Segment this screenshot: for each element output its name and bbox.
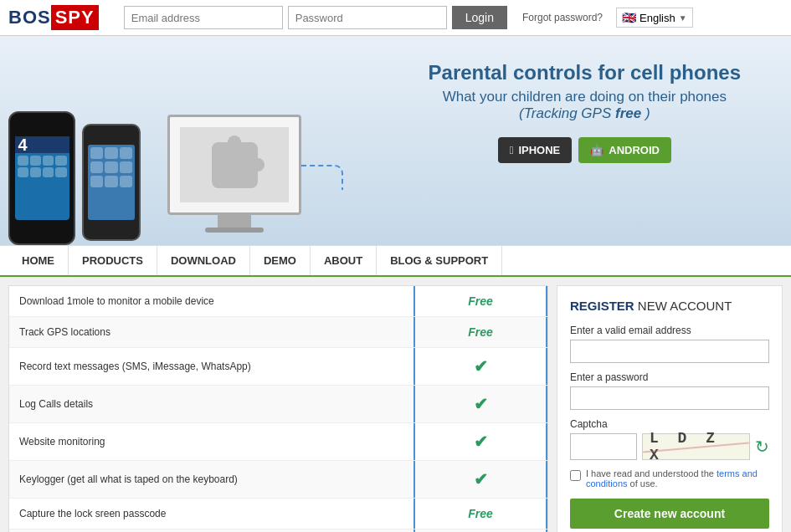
android-button[interactable]: 🤖 ANDROID bbox=[578, 137, 671, 163]
feature-name: Download 1mole to monitor a mobile devic… bbox=[9, 287, 413, 315]
language-selector[interactable]: 🇬🇧 English ▼ bbox=[616, 8, 693, 28]
hero-section: 4 bbox=[0, 36, 791, 245]
feature-name: Log Calls details bbox=[9, 390, 413, 418]
android-icon: 🤖 bbox=[590, 144, 604, 156]
navigation: HOME PRODUCTS DOWNLOAD DEMO ABOUT BLOG &… bbox=[0, 245, 791, 277]
feature-value: Free bbox=[413, 317, 547, 347]
tracking-label: Tracking GPS bbox=[524, 105, 615, 121]
feature-name: Capture the lock sreen passcode bbox=[9, 499, 413, 528]
nav-item-home[interactable]: HOME bbox=[8, 246, 69, 275]
hero-headline: Parental controls for cell phones bbox=[429, 61, 741, 84]
forgot-password-link[interactable]: Forgot password? bbox=[522, 12, 603, 23]
features-table: Download 1mole to monitor a mobile devic… bbox=[8, 285, 548, 532]
hero-subheadline2: (Tracking GPS free ) bbox=[429, 105, 741, 122]
terms-checkbox[interactable] bbox=[570, 470, 581, 481]
table-row: Capture the lock sreen passcodeFree bbox=[9, 499, 547, 529]
table-row: Track GPS locationsFree bbox=[9, 317, 547, 348]
hero-buttons:  IPHONE 🤖 ANDROID bbox=[429, 137, 741, 163]
feature-value: ✔ bbox=[413, 461, 547, 498]
phone-screen-top: 4 bbox=[15, 136, 69, 153]
apple-icon:  bbox=[510, 144, 514, 156]
feature-name: Website monitoring bbox=[9, 427, 413, 456]
table-row: Keylogger (get all what is taped on the … bbox=[9, 461, 547, 499]
refresh-captcha-icon[interactable]: ↻ bbox=[755, 437, 769, 457]
create-account-button[interactable]: Create new account bbox=[570, 499, 769, 529]
chevron-down-icon: ▼ bbox=[679, 13, 687, 23]
nav-item-demo[interactable]: DEMO bbox=[250, 246, 311, 275]
phone-device-2 bbox=[82, 124, 141, 241]
feature-value: Free bbox=[413, 499, 547, 529]
monitor-screen bbox=[167, 115, 301, 215]
reg-password-input[interactable] bbox=[570, 386, 769, 410]
email-field-label: Enter a valid email address bbox=[570, 325, 769, 336]
nav-item-about[interactable]: ABOUT bbox=[311, 246, 377, 275]
feature-name: Record text messages (SMS, iMessage, Wha… bbox=[9, 352, 413, 381]
iphone-button[interactable]:  IPHONE bbox=[498, 137, 573, 163]
iphone-label: IPHONE bbox=[518, 144, 560, 156]
captcha-label: Captcha bbox=[570, 418, 769, 430]
table-row: Website monitoring✔ bbox=[9, 423, 547, 461]
nav-item-products[interactable]: PRODUCTS bbox=[69, 246, 157, 275]
feature-name: Keylogger (get all what is taped on the … bbox=[9, 465, 413, 494]
register-label: REGISTER bbox=[570, 299, 634, 313]
captcha-image: L D Z X bbox=[642, 433, 750, 460]
logo-spy: SPY bbox=[51, 5, 99, 30]
android-label: ANDROID bbox=[609, 144, 660, 156]
captcha-input[interactable] bbox=[570, 433, 637, 460]
terms-text: I have read and understood the terms and… bbox=[586, 468, 769, 489]
feature-value: ✔ bbox=[413, 423, 547, 460]
hero-subheadline: What your children are doing on their ph… bbox=[429, 89, 741, 105]
logo: BOSSPY bbox=[8, 5, 99, 30]
header: BOSSPY Login Forgot password? 🇬🇧 English… bbox=[0, 0, 791, 36]
feature-value: ✔ bbox=[413, 386, 547, 422]
hero-text: Parental controls for cell phones What y… bbox=[429, 61, 741, 163]
logo-bos: BOS bbox=[8, 7, 51, 28]
table-row: Record text messages (SMS, iMessage, Wha… bbox=[9, 348, 547, 386]
table-row: Log Calls details✔ bbox=[9, 386, 547, 423]
nav-item-blog[interactable]: BLOG & SUPPORT bbox=[377, 246, 502, 275]
feature-value: ✔ bbox=[413, 348, 547, 385]
phone-device-1: 4 bbox=[8, 111, 75, 245]
login-button[interactable]: Login bbox=[452, 6, 507, 29]
lang-label: English bbox=[639, 12, 675, 24]
new-account-label: NEW ACCOUNT bbox=[634, 299, 732, 313]
flag-icon: 🇬🇧 bbox=[622, 11, 636, 24]
terms-row: I have read and understood the terms and… bbox=[570, 468, 769, 489]
dashed-arrow-icon bbox=[301, 165, 343, 190]
captcha-row: L D Z X ↻ bbox=[570, 433, 769, 460]
feature-value: Free bbox=[413, 286, 547, 316]
nav-item-download[interactable]: DOWNLOAD bbox=[157, 246, 250, 275]
register-box: REGISTER NEW ACCOUNT Enter a valid email… bbox=[557, 285, 783, 532]
register-title: REGISTER NEW ACCOUNT bbox=[570, 299, 769, 313]
puzzle-icon bbox=[212, 142, 258, 188]
password-input[interactable] bbox=[288, 6, 447, 29]
hero-phones: 4 bbox=[8, 111, 141, 245]
register-panel: REGISTER NEW ACCOUNT Enter a valid email… bbox=[557, 285, 783, 532]
phone-screen-1: 4 bbox=[15, 136, 69, 220]
feature-name: Track GPS locations bbox=[9, 318, 413, 346]
password-field-label: Enter a password bbox=[570, 371, 769, 383]
table-row: Download 1mole to monitor a mobile devic… bbox=[9, 286, 547, 317]
monitor-stand bbox=[218, 215, 251, 228]
header-inputs: Login bbox=[124, 6, 507, 29]
monitor-base bbox=[205, 228, 264, 233]
main-content: Download 1mole to monitor a mobile devic… bbox=[0, 277, 791, 532]
hero-monitor bbox=[167, 115, 301, 233]
free-label: free bbox=[615, 105, 641, 121]
reg-email-input[interactable] bbox=[570, 340, 769, 363]
email-input[interactable] bbox=[124, 6, 283, 29]
